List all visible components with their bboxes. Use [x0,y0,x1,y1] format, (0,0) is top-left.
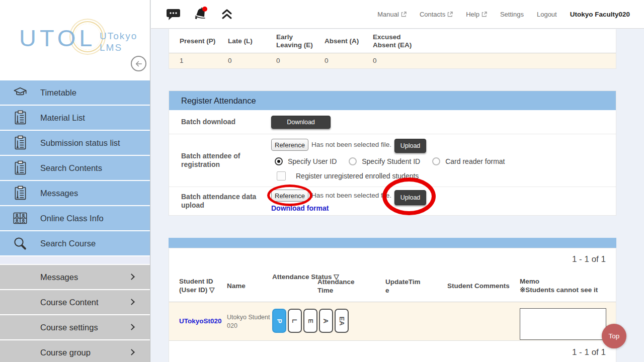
radio-specify-student-id[interactable] [349,157,357,165]
sidebar-item-messages[interactable]: Messages [0,181,150,205]
arrow-left-icon [134,59,143,68]
sidebar-item-label: Material List [40,113,85,123]
status-button-excused-absent[interactable]: EA [335,309,349,333]
collapse-icon[interactable] [220,8,233,20]
column-attendance-time: AttendanceTime [317,278,355,295]
student-id-link[interactable]: UTokyoSt020 [179,317,222,325]
table-section-header-bar [169,238,616,248]
panel-title: Register Attendance [169,91,616,110]
contacts-link-label: Contacts [420,11,445,18]
summary-value-early-leaving: 0 [266,53,314,68]
clipboard-icon [11,135,29,150]
attendance-status-buttons: P L E A EA [272,309,349,333]
status-label: P [275,319,283,323]
external-link-icon [447,12,453,17]
chevron-right-icon [128,299,135,305]
sidebar-item-material-list[interactable]: Material List [0,106,150,130]
page: UTOL UTokyo LMS Timetable [0,0,644,362]
sidebar: UTOL UTokyo LMS Timetable [0,0,150,362]
sidebar-item-course-settings[interactable]: Course settings [0,315,150,339]
contacts-link[interactable]: Contacts [420,11,453,18]
scroll-to-top-button[interactable]: Top [602,324,626,348]
upload-button[interactable]: Upload [394,190,426,205]
summary-value-absent: 0 [314,53,362,68]
chevron-right-icon [128,349,135,355]
clipboard-icon [11,160,29,175]
external-link-icon [401,12,407,17]
radio-label: Card reader format [445,157,505,165]
sidebar-item-course-content[interactable]: Course Content [0,290,150,314]
attendance-table-panel: 1 - 1 of 1 Student ID (User ID) ▽ Name A… [169,248,616,362]
pagination-bottom: 1 - 1 of 1 [572,347,606,357]
batch-attendee-row: Batch attendee of registration Reference… [169,134,616,187]
sidebar-item-course-group[interactable]: Course group [0,340,150,362]
clipboard-icon [11,186,29,201]
logout-link-label: Logout [537,11,557,18]
radio-card-reader-format[interactable] [432,157,440,165]
upload-button[interactable]: Upload [394,139,426,153]
status-button-absent[interactable]: A [319,309,333,333]
manual-link-label: Manual [377,11,399,18]
manual-link[interactable]: Manual [377,11,407,18]
summary-header-excused-absent: Excused Absent (EA) [362,29,448,53]
settings-link[interactable]: Settings [500,11,524,18]
sidebar-item-course-messages[interactable]: Messages [0,265,150,289]
help-link-label: Help [466,11,479,18]
status-label: EA [338,316,346,325]
logout-link[interactable]: Logout [537,11,557,18]
chevron-right-icon [128,274,135,280]
register-unregistered-checkbox[interactable] [277,171,286,180]
column-memo: Memo ※Students cannot see it [520,277,598,294]
checkbox-label: Register unregistered enrolled students [296,172,419,180]
sidebar-item-label: Submission status list [40,138,120,148]
bell-icon[interactable] [192,6,209,22]
download-button[interactable]: Download [271,116,331,129]
batch-upload-row: Batch attendance data upload Reference H… [169,187,616,216]
radio-label: Specify Student ID [362,157,420,165]
username: Utokyo Faculty020 [570,11,630,18]
pagination-top: 1 - 1 of 1 [572,254,606,264]
radio-specify-user-id[interactable] [275,157,283,165]
search-icon [11,236,29,251]
sidebar-item-label: Search Contents [40,163,102,173]
sidebar-item-label: Course group [40,348,91,357]
batch-upload-label: Batch attendance data upload [181,193,262,210]
summary-value-late: 0 [217,53,266,68]
sidebar-item-label: Online Class Info [40,214,104,223]
sidebar-collapse-button[interactable] [131,56,146,71]
sidebar-divider [0,256,150,264]
status-button-early-leaving[interactable]: E [303,309,317,333]
column-update-time: UpdateTime [385,278,421,295]
table-row: UTokyoSt020 Utokyo Student020 P L E A EA [169,302,616,341]
student-name: Utokyo Student020 [227,313,272,330]
sidebar-item-label: Course Content [40,298,99,307]
summary-value-present: 1 [169,53,217,68]
sidebar-item-timetable[interactable]: Timetable [0,80,150,105]
summary-value-row: 1 0 0 0 0 [169,53,616,68]
sidebar-item-label: Search Course [40,239,96,248]
sidebar-item-online-class-info[interactable]: Online Class Info [0,206,150,230]
logo: UTOL [19,24,96,52]
sidebar-item-search-course[interactable]: Search Course [0,231,150,255]
summary-header-late: Late (L) [217,29,266,53]
reference-button[interactable]: Reference [271,139,308,151]
external-link-icon [481,12,487,17]
summary-value-excused-absent: 0 [362,53,448,68]
status-button-present[interactable]: P [272,309,286,333]
help-link[interactable]: Help [466,11,487,18]
sidebar-item-submission-status-list[interactable]: Submission status list [0,131,150,155]
memo-input[interactable] [520,308,606,340]
reference-button[interactable]: Reference [271,190,308,202]
column-student-id[interactable]: Student ID (User ID) ▽ [179,277,214,294]
column-name: Name [227,282,246,290]
topbar: Manual Contacts Help Settings [151,0,644,29]
download-format-link[interactable]: Download format [271,204,329,212]
status-button-late[interactable]: L [288,309,302,333]
clipboard-icon [11,110,29,125]
batch-attendee-label: Batch attendee of registration [181,152,262,169]
summary-header-early-leaving: Early Leaving (E) [266,29,314,53]
sidebar-item-search-contents[interactable]: Search Contents [0,156,150,180]
chat-icon[interactable] [166,8,181,21]
notification-dot [202,7,207,12]
file-status-text: Has not been selected file. [311,141,391,148]
